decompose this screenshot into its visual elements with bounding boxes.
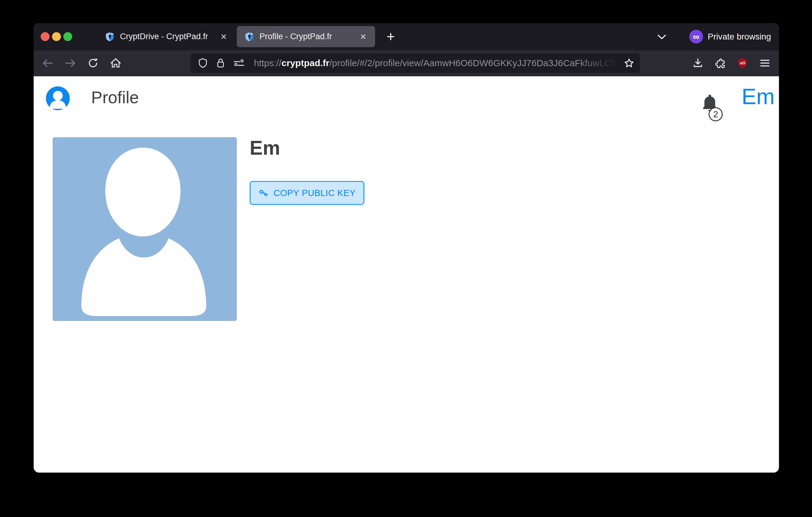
tab-close-icon[interactable]: ✕ (219, 31, 228, 42)
avatar-person-silhouette-icon (53, 138, 236, 321)
page-content: Profile 2 Em Em (34, 76, 779, 472)
display-name: Em (250, 138, 280, 158)
url-scheme: https:// (254, 58, 282, 68)
minimize-window-button[interactable] (52, 32, 61, 41)
cryptpad-favicon-icon (244, 31, 255, 42)
bookmark-star-icon[interactable] (624, 58, 634, 68)
ublock-origin-icon[interactable]: uO (736, 56, 749, 70)
connection-secure-lock-icon[interactable] (216, 58, 225, 68)
url-bar[interactable]: https://cryptpad.fr/profile/#/2/profile/… (191, 53, 640, 73)
menu-hamburger-icon[interactable] (758, 56, 772, 70)
tab-strip: CryptDrive - CryptPad.fr ✕ Profile - Cry… (34, 23, 779, 50)
navigation-toolbar: https://cryptpad.fr/profile/#/2/profile/… (34, 50, 779, 76)
tab-profile-active[interactable]: Profile - CryptPad.fr ✕ (237, 26, 375, 47)
url-domain: cryptpad.fr (282, 58, 329, 68)
back-button[interactable] (41, 56, 55, 70)
page-title: Profile (91, 89, 139, 106)
toolbar-right-icons: uO (691, 56, 772, 70)
private-browsing-label: Private browsing (708, 32, 771, 42)
key-icon (259, 188, 269, 198)
traffic-lights (41, 32, 72, 41)
extensions-puzzle-icon[interactable] (714, 56, 727, 70)
tab-cryptdrive[interactable]: CryptDrive - CryptPad.fr ✕ (97, 26, 236, 47)
tab-title: Profile - CryptPad.fr (259, 32, 332, 42)
close-window-button[interactable] (41, 32, 50, 41)
permissions-icon[interactable] (233, 58, 244, 68)
home-button[interactable] (109, 56, 122, 70)
notification-count-badge: 2 (708, 107, 723, 121)
profile-app-icon (46, 86, 70, 110)
user-menu-link[interactable]: Em (742, 85, 775, 108)
cryptpad-favicon-icon (105, 31, 115, 42)
forward-button[interactable] (64, 56, 77, 70)
profile-avatar (53, 137, 237, 321)
tab-title: CryptDrive - CryptPad.fr (120, 32, 208, 42)
private-browsing-badge: ∞ Private browsing (689, 30, 771, 44)
notifications-bell[interactable]: 2 (701, 93, 719, 113)
url-path: /profile/#/2/profile/view/AamwH6O6DW6GKK… (329, 58, 621, 68)
tracking-protection-shield-icon[interactable] (198, 58, 208, 68)
copy-public-key-label: COPY PUBLIC KEY (273, 188, 355, 198)
ublock-label: uO (740, 61, 745, 65)
tab-close-icon[interactable]: ✕ (358, 31, 368, 42)
url-text[interactable]: https://cryptpad.fr/profile/#/2/profile/… (254, 58, 621, 68)
reload-button[interactable] (86, 56, 100, 70)
new-tab-button[interactable]: + (382, 28, 400, 45)
list-tabs-chevron-down-icon[interactable] (655, 31, 669, 43)
copy-public-key-button[interactable]: COPY PUBLIC KEY (250, 181, 365, 205)
private-browsing-icon: ∞ (689, 30, 703, 44)
zoom-window-button[interactable] (63, 32, 72, 41)
browser-window: CryptDrive - CryptPad.fr ✕ Profile - Cry… (34, 23, 779, 472)
downloads-button[interactable] (691, 56, 705, 70)
